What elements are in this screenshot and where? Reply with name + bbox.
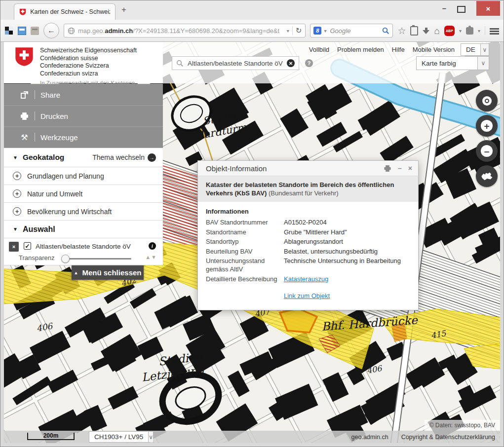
search-icon xyxy=(176,60,184,67)
katasterauszug-link[interactable]: Katasterauszug xyxy=(284,275,328,283)
org-line: Confederaziun svizra xyxy=(40,70,137,78)
crs-select[interactable]: CH1903+ / LV95 ∨ xyxy=(89,431,150,443)
downloads-icon[interactable] xyxy=(423,28,429,34)
url-dropdown-icon[interactable]: ▾ xyxy=(287,28,289,34)
thema-wechseln-link[interactable]: Thema wechseln → xyxy=(92,153,156,162)
catalog-item-natur[interactable]: + Natur und Umwelt xyxy=(4,185,163,203)
sidebar-item-drucken[interactable]: Drucken xyxy=(4,106,163,127)
browser-titlebar[interactable]: Karten der Schweiz - Schweize... + – × xyxy=(0,0,504,20)
adblock-dropdown-icon[interactable]: ▾ xyxy=(459,28,462,34)
reload-icon[interactable]: ↻ xyxy=(296,26,302,35)
catalog-item-bevoelkerung[interactable]: + Bevölkerung und Wirtschaft xyxy=(4,203,163,221)
window-close-button[interactable]: × xyxy=(476,1,500,16)
field-label: BAV Standortnummer xyxy=(206,218,280,226)
sidebar-item-werkzeuge[interactable]: ⚒ Werkzeuge xyxy=(4,127,163,148)
app-shortcut-icon[interactable] xyxy=(18,27,26,35)
map-attribution: © Daten: swisstopo, BAV xyxy=(425,420,500,431)
chevron-down-icon: ∨ xyxy=(477,57,489,70)
remove-layer-button[interactable]: × xyxy=(9,242,19,252)
sidebar-item-share[interactable]: Share xyxy=(4,84,163,106)
popup-subtitle: Kataster der belasteten Standorte im Ber… xyxy=(198,176,418,202)
url-bar[interactable]: map.geo.admin.ch/?X=249138.11&Y=680698.2… xyxy=(64,24,306,37)
org-line: Confédération suisse xyxy=(40,55,137,63)
new-tab-button[interactable]: + xyxy=(121,5,126,15)
extension-icon[interactable] xyxy=(466,27,473,35)
window-minimize-button[interactable]: – xyxy=(440,4,449,12)
bookmark-star-icon[interactable]: ☆ xyxy=(397,26,406,36)
catalog-item-grundlagen[interactable]: + Grundlagen und Planung xyxy=(4,167,163,185)
default-extent-button[interactable] xyxy=(476,165,498,187)
url-prefix: map.geo. xyxy=(78,27,105,35)
window-maximize-button[interactable] xyxy=(457,6,465,13)
minus-icon: – xyxy=(481,145,493,157)
link-problem-melden[interactable]: Problem melden xyxy=(337,46,384,53)
link-vollbild[interactable]: Vollbild xyxy=(309,46,329,53)
layer-label: Altlasten/belastete Standorte öV xyxy=(36,243,131,250)
close-menu-button[interactable]: ▲ Menü schliessen xyxy=(72,265,144,280)
switzerland-icon xyxy=(480,170,494,182)
field-value: Technische Untersuchung in Bearbeitung xyxy=(284,257,410,273)
geokatalog-header[interactable]: ▼ Geokatalog Thema wechseln → xyxy=(4,148,163,167)
print-icon[interactable] xyxy=(384,165,391,172)
field-value: Ablagerungsstandort xyxy=(284,237,410,246)
field-value: Grube "Mittlerer Hard" xyxy=(284,228,410,236)
copyright-link[interactable]: Copyright & Datenschutzerklärung xyxy=(401,434,495,441)
scale-bar: 200m xyxy=(27,433,75,440)
catalog-item-label: Bevölkerung und Wirtschaft xyxy=(27,208,112,216)
auswahl-label: Auswahl xyxy=(23,225,55,234)
layer-search-box[interactable]: ✕ xyxy=(172,56,299,70)
layer-checkbox[interactable]: ✓ xyxy=(24,242,31,250)
transparency-slider[interactable] xyxy=(62,258,131,260)
expand-plus-icon: + xyxy=(13,189,21,198)
app-shortcut-icon[interactable] xyxy=(5,27,13,35)
search-icon[interactable] xyxy=(382,27,389,35)
url-path: /?X=249138.11&Y=680698.20&zoom=9&lang=de… xyxy=(133,27,279,35)
geolocate-button[interactable] xyxy=(476,90,498,112)
tab-title: Karten der Schweiz - Schweize... xyxy=(30,8,110,15)
browser-search-input[interactable] xyxy=(329,27,380,35)
auswahl-header[interactable]: ▼ Auswahl xyxy=(4,221,163,238)
google-icon: 8 xyxy=(313,27,321,35)
slider-handle[interactable] xyxy=(61,255,70,263)
triangle-up-icon: ▲ xyxy=(74,270,78,275)
layer-reorder-icons[interactable]: ▲▼ xyxy=(145,254,157,260)
search-engine-dropdown-icon[interactable]: ▾ xyxy=(324,28,326,34)
back-button[interactable]: ← xyxy=(43,23,59,38)
map-style-select[interactable]: Karte farbig ∨ xyxy=(416,56,489,70)
field-label: Beurteilung BAV xyxy=(206,247,280,256)
menu-hamburger-icon[interactable] xyxy=(490,28,499,30)
zoom-in-button[interactable]: + xyxy=(476,115,498,137)
arrow-right-icon: → xyxy=(148,153,156,162)
layer-info-icon[interactable]: i xyxy=(149,242,156,250)
minimize-popup-icon[interactable]: – xyxy=(398,164,402,172)
search-input[interactable] xyxy=(187,59,284,68)
object-info-popup: Objekt-Information – × Kataster der bela… xyxy=(197,160,419,310)
tools-icon: ⚒ xyxy=(20,133,29,142)
adblock-icon[interactable]: ABP xyxy=(444,26,455,36)
home-icon[interactable]: ⌂ xyxy=(434,26,439,36)
language-select[interactable]: DE ∨ xyxy=(461,43,489,56)
clear-search-icon[interactable]: ✕ xyxy=(287,59,295,67)
popup-body: Informationen BAV Standortnummer A01502-… xyxy=(198,202,418,310)
popup-header[interactable]: Objekt-Information – × xyxy=(198,161,418,176)
archive-icon[interactable] xyxy=(31,27,39,35)
object-link[interactable]: Link zum Objekt xyxy=(284,292,330,299)
browser-tab[interactable]: Karten der Schweiz - Schweize... xyxy=(14,3,116,20)
field-label: Standortname xyxy=(206,228,280,236)
sidebar-item-label: Share xyxy=(40,91,60,99)
link-hilfe[interactable]: Hilfe xyxy=(392,46,405,53)
geoadmin-link[interactable]: geo.admin.ch xyxy=(351,434,388,441)
extension-dropdown-icon[interactable]: ▾ xyxy=(478,28,480,34)
globe-icon xyxy=(68,27,75,35)
language-value: DE xyxy=(461,44,480,55)
browser-search-bar[interactable]: 8 ▾ xyxy=(310,24,393,37)
url-domain: admin.ch xyxy=(105,27,133,35)
link-mobile-version[interactable]: Mobile Version xyxy=(413,46,455,53)
close-popup-icon[interactable]: × xyxy=(408,164,412,172)
bookmarks-menu-icon[interactable] xyxy=(410,26,418,36)
bottom-bar: 200m CH1903+ / LV95 ∨ geo.admin.ch Copyr… xyxy=(4,431,500,443)
chevron-down-icon: ∨ xyxy=(480,44,489,55)
search-help-icon[interactable]: ? xyxy=(305,59,313,67)
field-label: Standorttyp xyxy=(206,237,280,246)
zoom-out-button[interactable]: – xyxy=(476,140,498,162)
